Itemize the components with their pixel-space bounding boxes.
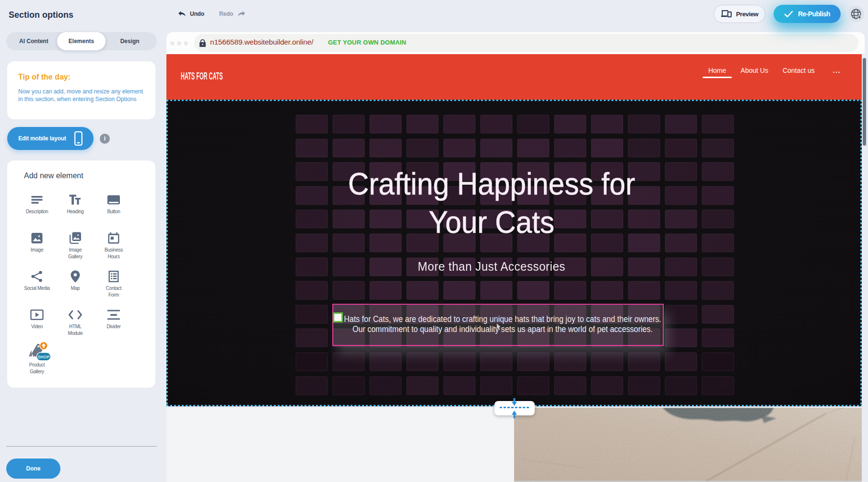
svg-text:SHOP: SHOP	[37, 355, 49, 359]
